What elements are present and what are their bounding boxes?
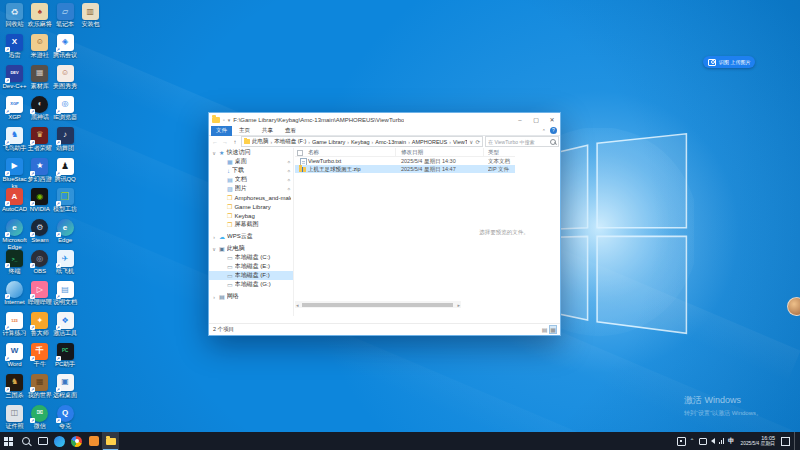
sidebar-item-folder[interactable]: ❐Amphoreus_and-male xyxy=(209,193,293,202)
desktop-icon[interactable]: ◐↗黑神话 xyxy=(27,96,52,121)
desktop-icon[interactable]: Q↗夸克 xyxy=(53,405,78,430)
file-row[interactable]: 上机王足球预测王.zip2025/5/4 星期日 14:47ZIP 文件 xyxy=(295,165,515,173)
action-center-icon[interactable] xyxy=(781,437,790,446)
sidebar-item-document[interactable]: ▤文档✧ xyxy=(209,175,293,184)
sidebar-item-desktop[interactable]: ▦桌面✧ xyxy=(209,157,293,166)
file-explorer-app[interactable] xyxy=(102,432,119,450)
title-bar[interactable]: ▫ ▾ F:\Game Library\Keybag\Amc-13main\AM… xyxy=(209,113,560,126)
desktop-icon[interactable]: 123↗计算练习 xyxy=(2,312,27,337)
column-header-name[interactable]: 名称 xyxy=(308,149,319,156)
breadcrumb-segment[interactable]: AMPHOREUS xyxy=(412,139,447,145)
close-button[interactable]: ✕ xyxy=(544,113,560,126)
sidebar-item-disk[interactable]: ▭本地磁盘 (F:) xyxy=(209,271,293,280)
breadcrumb-segment[interactable]: 本地磁盘 (F:) xyxy=(274,138,306,145)
sidebar-item-star[interactable]: ∨★快速访问 xyxy=(209,148,293,157)
expand-chevron-icon[interactable]: ∨ xyxy=(211,246,217,252)
hidden-icons-chevron[interactable]: ⌃ xyxy=(690,438,695,444)
horizontal-scrollbar[interactable]: ◂ ▸ xyxy=(295,301,461,308)
desktop-icon[interactable]: X↗迅雷 xyxy=(2,34,27,59)
desktop-icon[interactable]: ▦素材库 xyxy=(27,65,52,90)
desktop-icon[interactable]: W↗Word xyxy=(2,343,27,368)
network-icon[interactable] xyxy=(719,438,725,444)
maximize-button[interactable]: ▢ xyxy=(528,113,544,126)
desktop-icon[interactable]: ♞↗三国杀 xyxy=(2,374,27,399)
desktop-icon[interactable]: ▷↗哔哩哔哩 xyxy=(27,281,52,306)
desktop-icon[interactable]: ◎↗OBS xyxy=(27,250,52,275)
browser-app[interactable] xyxy=(51,432,68,450)
desktop-icon[interactable]: ⚙↗Steam xyxy=(27,219,52,244)
details-view-icon[interactable]: ▤ xyxy=(542,326,548,333)
desktop-icon[interactable]: ♠欢乐麻将 xyxy=(27,3,52,28)
desktop-icon[interactable]: ◈↗腾讯会议 xyxy=(53,34,78,59)
desktop-icon[interactable]: ✉↗微信 xyxy=(27,405,52,430)
sidebar-item-cloud[interactable]: ›☁WPS云盘 xyxy=(209,232,293,241)
ribbon-tab-share[interactable]: 共享 xyxy=(257,126,278,136)
volume-icon[interactable] xyxy=(711,438,715,444)
desktop-icon[interactable]: ♪↗劲舞团 xyxy=(53,127,78,152)
sidebar-item-disk[interactable]: ▭本地磁盘 (C:) xyxy=(209,253,293,262)
search-input[interactable]: 在 ViewTurbo 中搜索 xyxy=(485,136,559,147)
ribbon-tab-home[interactable]: 主页 xyxy=(234,126,255,136)
address-dropdown-icon[interactable]: ∨ xyxy=(469,139,473,145)
desktop-icon[interactable]: >_↗终端 xyxy=(2,250,27,275)
desktop-icon[interactable]: A↗AutoCAD xyxy=(2,188,27,213)
desktop-icon[interactable]: ▥安装包 xyxy=(78,3,103,28)
desktop-icon[interactable]: ▤↗说明文档 xyxy=(53,281,78,306)
breadcrumb-segment[interactable]: 此电脑 xyxy=(252,138,269,145)
ribbon-tab-view[interactable]: 查看 xyxy=(280,126,301,136)
quick-access-dropdown-icon[interactable]: ▾ xyxy=(228,117,231,123)
desktop-icon[interactable]: ☺美图秀秀 xyxy=(53,65,78,90)
security-tray-icon[interactable] xyxy=(677,437,686,446)
desktop-icon[interactable]: ↗Internet xyxy=(2,281,27,306)
breadcrumb-segment[interactable]: Amc-13main xyxy=(375,139,406,145)
sidebar-item-disk[interactable]: ▭本地磁盘 (G:) xyxy=(209,280,293,289)
desktop-icon[interactable]: ▦↗我的世界 xyxy=(27,374,52,399)
desktop-icon[interactable]: ▱笔记本 xyxy=(53,3,78,28)
desktop-icon[interactable]: ☺米游社 xyxy=(27,34,52,59)
sidebar-item-folder[interactable]: ❐Game Library xyxy=(209,202,293,211)
quick-access-toolbar-icon[interactable]: ▫ xyxy=(223,117,225,123)
screenshot-upload-button[interactable]: 识图 上传图片 xyxy=(703,56,755,68)
sidebar-item-disk[interactable]: ▭本地磁盘 (E:) xyxy=(209,262,293,271)
desktop-icon[interactable]: ★↗梦幻西游 xyxy=(27,158,52,183)
up-button[interactable]: ↑ xyxy=(231,139,239,145)
expand-chevron-icon[interactable]: › xyxy=(211,234,217,240)
breadcrumb-segment[interactable]: ViewTurbo xyxy=(453,139,467,145)
floating-avatar[interactable] xyxy=(787,297,800,316)
minimize-button[interactable]: – xyxy=(512,113,528,126)
desktop-icon[interactable]: ▶↗BlueStacks xyxy=(2,158,27,190)
address-bar[interactable]: 此电脑›本地磁盘 (F:)›Game Library›Keybag›Amc-13… xyxy=(241,136,483,147)
sidebar-item-picture[interactable]: ▨图片✧ xyxy=(209,184,293,193)
desktop-icon[interactable]: ◉↗NVIDIA xyxy=(27,188,52,213)
desktop-icon[interactable]: ♻回收站 xyxy=(2,3,27,28)
desktop-icon[interactable]: ✈↗纸飞机 xyxy=(53,250,78,275)
ribbon-tab-file[interactable]: 文件 xyxy=(211,126,232,136)
sidebar-item-folder[interactable]: ❐屏幕截图 xyxy=(209,220,293,229)
back-button[interactable]: ← xyxy=(211,139,219,145)
scroll-right-icon[interactable]: ▸ xyxy=(457,302,460,308)
desktop-icon[interactable]: 千↗千牛 xyxy=(27,343,52,368)
taskbar-search-button[interactable] xyxy=(17,432,34,450)
show-desktop-button[interactable] xyxy=(794,432,798,450)
expand-chevron-icon[interactable]: ∨ xyxy=(211,150,217,156)
desktop-icon[interactable]: XGP↗XGP xyxy=(2,96,27,121)
desktop-icon[interactable]: ❒↗模型工坊 xyxy=(53,188,78,213)
forward-button[interactable]: → xyxy=(221,139,229,145)
desktop-icon[interactable]: ▣↗远程桌面 xyxy=(53,374,78,399)
task-view-button[interactable] xyxy=(34,432,51,450)
desktop-icon[interactable]: PC↗PC助手 xyxy=(53,343,78,368)
desktop-icon[interactable]: ♞↗飞鸟助手 xyxy=(2,127,27,152)
desktop-icon[interactable]: e↗Microsoft Edge xyxy=(2,219,27,251)
scroll-left-icon[interactable]: ◂ xyxy=(296,302,299,308)
large-icons-view-icon[interactable]: ▦ xyxy=(550,326,556,333)
help-icon[interactable]: ? xyxy=(550,127,557,134)
desktop-icon[interactable]: e↗Edge xyxy=(53,219,78,244)
sidebar-item-computer[interactable]: ∨▣此电脑 xyxy=(209,244,293,253)
refresh-icon[interactable]: ⟳ xyxy=(475,139,480,145)
select-all-checkbox[interactable] xyxy=(297,150,303,156)
desktop-icon[interactable]: ♟↗腾讯QQ xyxy=(53,158,78,183)
breadcrumb-segment[interactable]: Game Library xyxy=(312,139,345,145)
scrollbar-thumb[interactable] xyxy=(302,303,453,307)
expand-chevron-icon[interactable]: › xyxy=(211,294,217,300)
desktop-icon[interactable]: DEV↗Dev-C++ xyxy=(2,65,27,90)
